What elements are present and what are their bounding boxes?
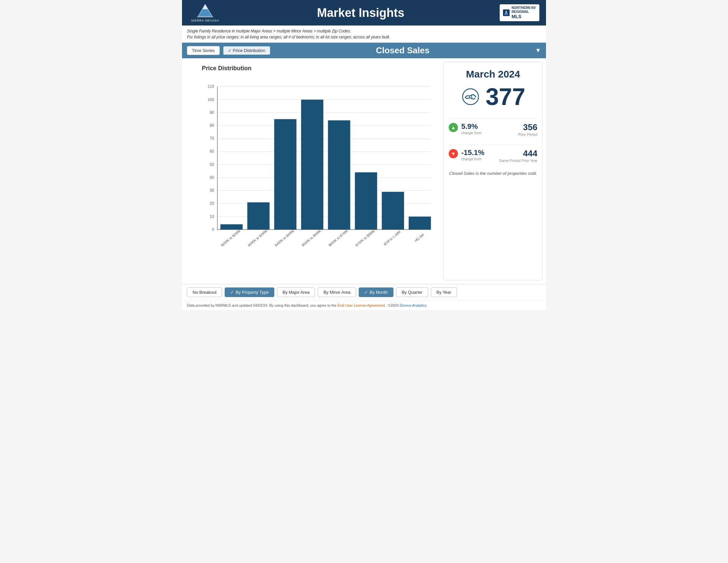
domus-analytics-link[interactable]: Domus Analytics (400, 304, 427, 307)
svg-text:40: 40 (210, 175, 214, 180)
bar-15m-plus (409, 216, 431, 229)
svg-text:50: 50 (210, 162, 214, 167)
svg-text:90: 90 (210, 110, 214, 115)
stats-main-number: 377 (485, 85, 525, 109)
by-month-button[interactable]: ✓ By Month (359, 288, 393, 297)
svg-text:0: 0 (212, 227, 214, 232)
stats-change-row-down: ▼ -15.1% change from 444 Same Period Pri… (449, 148, 537, 163)
mls-logo: NORTHERN NV REGIONAL MLS (500, 4, 539, 21)
chart-section-title: Price Distribution (202, 65, 437, 72)
by-minor-area-button[interactable]: By Minor Area (318, 288, 356, 297)
chart-title-label: Closed Sales (274, 45, 532, 56)
footer-text: Data provided by NNRMLS and updated 04/0… (187, 304, 338, 307)
by-minor-area-label: By Minor Area (323, 290, 350, 295)
main-content: Price Distribution 0 10 20 30 (182, 58, 546, 284)
same-period-block: 444 Same Period Prior Year (499, 148, 537, 163)
mls-label: NORTHERN NV REGIONAL MLS (512, 6, 536, 20)
bar-500k-599k (301, 100, 323, 229)
by-quarter-button[interactable]: By Quarter (396, 288, 428, 297)
subtitle-line2: For listings in all price ranges; in all… (187, 35, 541, 39)
svg-text:$1M to 1.49M: $1M to 1.49M (383, 230, 401, 246)
svg-text:$400K to $499K: $400K to $499K (274, 229, 295, 247)
down-arrow-icon: ▼ (449, 149, 458, 158)
svg-text:80: 80 (210, 123, 214, 128)
toolbar: Time Series ✓ Price Distribution Closed … (182, 43, 546, 58)
change-up-details: 5.9% change from (461, 122, 481, 135)
by-month-label: By Month (370, 290, 388, 295)
price-distribution-button[interactable]: ✓ Price Distribution (223, 46, 270, 55)
svg-line-41 (470, 96, 470, 98)
svg-text:20: 20 (210, 201, 214, 206)
svg-text:70: 70 (210, 136, 214, 141)
change-down-details: -15.1% change from (461, 148, 484, 161)
time-series-button[interactable]: Time Series (187, 46, 220, 55)
bar-300k-399k (247, 202, 269, 229)
change-pct-up: 5.9% (461, 122, 481, 131)
bar-chart: 0 10 20 30 40 50 60 70 8 (202, 75, 437, 254)
footer-text2: . ©2024 (386, 304, 400, 307)
by-major-area-button[interactable]: By Major Area (277, 288, 315, 297)
bar-1m-149m (382, 192, 404, 229)
prior-period-label: Prior Period (518, 132, 537, 136)
by-quarter-label: By Quarter (402, 290, 423, 295)
same-period-value: 444 (499, 148, 537, 159)
chart-svg: 0 10 20 30 40 50 60 70 8 (202, 75, 437, 254)
svg-rect-2 (197, 17, 213, 18)
svg-text:100: 100 (207, 97, 214, 102)
divider-1 (449, 118, 537, 119)
sierra-nevada-label: SIERRA NEVADA (191, 19, 219, 22)
change-label-down: change from (461, 157, 484, 161)
change-label-up: change from (461, 131, 481, 135)
stats-change-row-up: ▲ 5.9% change from 356 Prior Period (449, 122, 537, 136)
handshake-icon (461, 88, 480, 105)
svg-text:10: 10 (210, 214, 214, 219)
subtitle-area: Single Family Residence in multiple Majo… (182, 25, 546, 43)
mls-logo-icon (503, 7, 510, 19)
by-year-button[interactable]: By Year (431, 288, 457, 297)
no-breakout-label: No Breakout (193, 290, 216, 295)
svg-text:$500K to $599K: $500K to $599K (301, 229, 322, 247)
by-year-label: By Year (436, 290, 451, 295)
prior-period-block: 356 Prior Period (518, 122, 537, 136)
same-period-label: Same Period Prior Year (499, 159, 537, 163)
bar-400k-499k (274, 119, 296, 230)
checkmark-month-icon: ✓ (364, 290, 368, 295)
logo-sierra-nevada: SIERRA NEVADA (189, 3, 222, 22)
prior-period-value: 356 (518, 122, 537, 132)
page-title: Market Insights (222, 6, 500, 20)
mountain-logo-icon (195, 3, 215, 18)
svg-text:110: 110 (207, 84, 214, 89)
bar-200k-299k (220, 224, 243, 229)
dropdown-arrow-icon[interactable]: ▼ (535, 47, 541, 54)
divider-2 (449, 145, 537, 145)
by-major-area-label: By Major Area (283, 290, 310, 295)
breakout-bar: No Breakout ✓ By Property Type By Major … (182, 284, 546, 301)
svg-text:30: 30 (210, 188, 214, 193)
up-arrow-icon: ▲ (449, 123, 458, 132)
svg-text:$300K to $399K: $300K to $399K (247, 229, 268, 247)
footer: Data provided by NNRMLS and updated 04/0… (182, 301, 546, 310)
stats-main-row: 377 (461, 85, 525, 109)
svg-text:$200K to $299K: $200K to $299K (220, 229, 242, 247)
stats-month: March 2024 (466, 69, 520, 80)
svg-line-42 (472, 95, 472, 99)
svg-text:>$1.5M: >$1.5M (414, 233, 425, 243)
bar-750k-999k (355, 172, 377, 229)
checkmark-property-icon: ✓ (230, 290, 234, 295)
by-property-type-label: By Property Type (236, 290, 268, 295)
page-header: SIERRA NEVADA Market Insights NORTHERN N… (182, 0, 546, 25)
svg-text:60: 60 (210, 149, 214, 154)
stats-description: Closed Sales is the number of properties… (449, 171, 537, 176)
chart-area: Price Distribution 0 10 20 30 (185, 62, 440, 280)
subtitle-line1: Single Family Residence in multiple Majo… (187, 29, 541, 33)
stats-panel: March 2024 377 ▲ 5.9% change from 356 (443, 62, 543, 280)
eula-link[interactable]: End User License Agreement (338, 304, 385, 307)
no-breakout-button[interactable]: No Breakout (187, 288, 222, 297)
svg-text:$600K to $749K: $600K to $749K (328, 229, 349, 247)
svg-marker-1 (203, 4, 208, 9)
svg-text:$750K to $999K: $750K to $999K (355, 229, 376, 247)
bar-600k-749k (328, 120, 350, 229)
by-property-type-button[interactable]: ✓ By Property Type (225, 288, 274, 297)
change-pct-down: -15.1% (461, 148, 484, 157)
